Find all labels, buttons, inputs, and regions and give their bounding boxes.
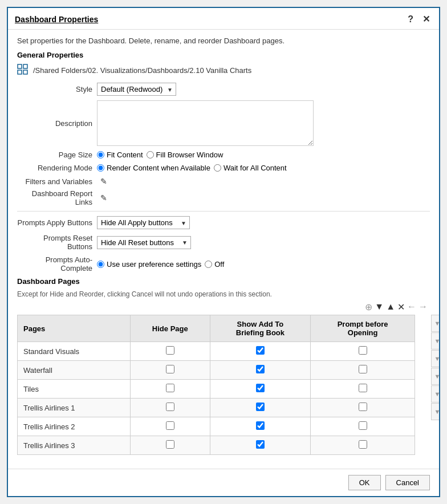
briefing-book-checkbox[interactable]: [256, 384, 265, 392]
arrow-4[interactable]: ▼: [431, 368, 439, 385]
description-textarea[interactable]: [97, 100, 314, 146]
prompts-apply-controls: Hide All Apply buttons Show All Apply bu…: [97, 216, 190, 229]
pref-settings-label[interactable]: Use user preference settings: [97, 260, 201, 269]
page-size-controls: Fit Content Fill Browser Window: [97, 151, 223, 159]
rendering-mode-row: Rendering Mode Render Content when Avail…: [17, 164, 430, 172]
col-briefing: Show Add ToBriefing Book: [210, 315, 311, 342]
hide-page-checkbox[interactable]: [166, 440, 174, 449]
page-name-cell: Standard Visuals: [18, 342, 131, 361]
pages-toolbar: ⊕ ▼ ▲ ✕ ← →: [17, 302, 430, 312]
page-size-label: Page Size: [17, 151, 97, 159]
arrow-3[interactable]: ▼: [431, 350, 439, 367]
fit-content-text: Fit Content: [107, 151, 143, 159]
briefing-book-cell: [210, 361, 311, 380]
description-label: Description: [17, 119, 97, 128]
dialog-body: Set properties for the Dashboard. Delete…: [8, 30, 439, 469]
filters-label: Filters and Variables: [17, 177, 97, 186]
filter-up-icon[interactable]: ▲: [386, 302, 395, 312]
prompts-apply-row: Prompts Apply Buttons Hide All Apply but…: [17, 216, 430, 229]
page-name-cell: Trellis Airlines 3: [18, 436, 131, 455]
prompts-apply-label: Prompts Apply Buttons: [17, 218, 97, 227]
prompt-before-cell: [311, 361, 415, 380]
move-prev-icon[interactable]: ←: [407, 302, 416, 312]
prompts-reset-controls: Hide All Reset buttons Show All Reset bu…: [97, 236, 191, 249]
table-row: Waterfall: [18, 361, 415, 380]
fill-browser-radio-label[interactable]: Fill Browser Window: [147, 151, 224, 159]
render-available-radio[interactable]: [97, 164, 104, 172]
briefing-book-checkbox[interactable]: [256, 346, 265, 355]
hide-page-checkbox[interactable]: [166, 365, 174, 373]
dashboard-pages-section: Dashboard Pages Except for Hide and Reor…: [17, 277, 430, 455]
prompt-before-checkbox[interactable]: [359, 384, 367, 392]
briefing-book-checkbox[interactable]: [256, 365, 265, 373]
delete-page-icon[interactable]: ✕: [397, 302, 405, 312]
cancel-button[interactable]: Cancel: [385, 475, 430, 490]
copy-icon[interactable]: ⊕: [365, 302, 372, 312]
briefing-book-checkbox[interactable]: [256, 403, 265, 411]
prompt-before-cell: [311, 342, 415, 361]
page-size-row: Page Size Fit Content Fill Browser Windo…: [17, 151, 430, 159]
style-select[interactable]: Default (Redwood) Default Custom: [97, 83, 176, 96]
briefing-book-checkbox[interactable]: [256, 440, 265, 449]
fit-content-radio[interactable]: [97, 151, 104, 158]
briefing-book-checkbox[interactable]: [256, 421, 265, 430]
arrow-5[interactable]: ▼: [431, 385, 439, 403]
prompts-reset-select[interactable]: Hide All Reset buttons Show All Reset bu…: [97, 236, 191, 249]
style-controls: Default (Redwood) Default Custom: [97, 83, 176, 96]
wait-all-radio[interactable]: [214, 164, 221, 172]
pref-settings-radio[interactable]: [97, 261, 104, 268]
autocomplete-off-radio[interactable]: [205, 261, 212, 268]
autocomplete-off-label[interactable]: Off: [205, 260, 224, 269]
hide-page-cell: [131, 361, 210, 380]
filter-down-icon[interactable]: ▼: [375, 302, 384, 312]
prompts-apply-wrapper: Hide All Apply buttons Show All Apply bu…: [97, 216, 190, 229]
page-name-cell: Trellis Airlines 2: [18, 417, 131, 436]
hide-page-checkbox[interactable]: [166, 421, 174, 430]
hide-page-cell: [131, 380, 210, 399]
hide-page-checkbox[interactable]: [166, 384, 174, 392]
side-arrows: ▼ ▼ ▼ ▼ ▼ ▼: [431, 315, 439, 421]
fill-browser-radio[interactable]: [147, 151, 154, 158]
fit-content-radio-label[interactable]: Fit Content: [97, 151, 143, 159]
briefing-book-cell: [210, 380, 311, 399]
prompts-apply-select[interactable]: Hide All Apply buttons Show All Apply bu…: [97, 216, 190, 229]
hide-page-cell: [131, 399, 210, 417]
svg-rect-3: [23, 70, 27, 74]
prompts-autocomplete-label: Prompts Auto-Complete: [17, 255, 97, 273]
move-next-icon[interactable]: →: [418, 302, 428, 312]
close-button[interactable]: ✕: [420, 13, 432, 26]
table-row: Tiles: [18, 380, 415, 399]
report-links-row: Dashboard Report Links ✎: [17, 189, 430, 206]
hide-page-checkbox[interactable]: [166, 403, 174, 411]
style-label: Style: [17, 85, 97, 94]
briefing-book-cell: [210, 342, 311, 361]
col-prompt: Prompt beforeOpening: [311, 315, 415, 342]
hide-page-checkbox[interactable]: [166, 346, 174, 355]
report-links-edit-icon[interactable]: ✎: [100, 193, 107, 202]
wait-all-label[interactable]: Wait for All Content: [214, 164, 287, 172]
briefing-book-cell: [210, 436, 311, 455]
fill-browser-text: Fill Browser Window: [156, 151, 224, 159]
prompt-before-checkbox[interactable]: [359, 346, 367, 355]
prompt-before-checkbox[interactable]: [359, 365, 367, 373]
arrow-1[interactable]: ▼: [431, 315, 439, 332]
col-pages: Pages: [18, 315, 131, 342]
render-available-label[interactable]: Render Content when Available: [97, 164, 210, 172]
dialog-footer: OK Cancel: [8, 469, 439, 496]
path-row: /Shared Folders/02. Visualizations/Dashb…: [17, 64, 430, 77]
prompt-before-checkbox[interactable]: [359, 440, 367, 449]
prompt-before-checkbox[interactable]: [359, 403, 367, 411]
intro-text: Set properties for the Dashboard. Delete…: [17, 36, 430, 45]
filters-edit-icon[interactable]: ✎: [100, 177, 107, 186]
pages-section-title: Dashboard Pages: [17, 277, 430, 286]
help-button[interactable]: ?: [405, 13, 416, 26]
prompt-before-checkbox[interactable]: [359, 421, 367, 430]
ok-button[interactable]: OK: [348, 475, 381, 490]
arrow-6[interactable]: ▼: [431, 403, 439, 420]
prompts-reset-row: Prompts Reset Buttons Hide All Reset but…: [17, 234, 430, 251]
description-row: Description: [17, 100, 430, 146]
col-hide: Hide Page: [131, 315, 210, 342]
pages-subtext: Except for Hide and Reorder, clicking Ca…: [17, 290, 430, 298]
render-available-text: Render Content when Available: [107, 164, 210, 172]
arrow-2[interactable]: ▼: [431, 332, 439, 349]
